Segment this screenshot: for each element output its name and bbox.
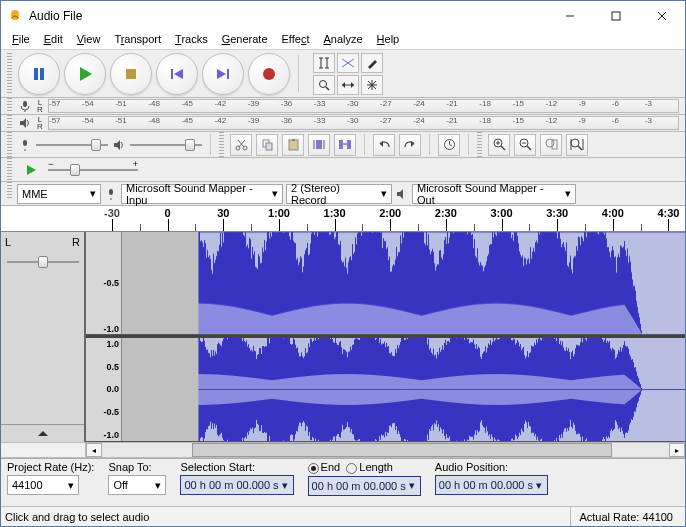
playback-meter-scale[interactable]: -57-54-51-48-45-42-39-36-33-30-27-24-21-… — [48, 116, 679, 130]
svg-rect-44 — [316, 140, 322, 149]
paste-button[interactable] — [282, 134, 304, 156]
fit-project-button[interactable] — [566, 134, 588, 156]
menu-file[interactable]: File — [5, 31, 37, 49]
close-button[interactable] — [639, 1, 685, 31]
draw-tool[interactable] — [361, 53, 383, 73]
mixer-edit-toolbar — [1, 132, 685, 158]
project-rate-label: Project Rate (Hz): — [7, 461, 94, 473]
grip[interactable] — [7, 98, 12, 112]
multi-tool[interactable] — [361, 75, 383, 95]
zoom-out-button[interactable] — [514, 134, 536, 156]
svg-marker-12 — [217, 69, 226, 79]
zoom-in-button[interactable] — [488, 134, 510, 156]
fit-selection-button[interactable] — [540, 134, 562, 156]
silence-button[interactable] — [334, 134, 356, 156]
waveform-view[interactable]: -0.5 -1.0 1.0 0.5 0.0 -0.5 -1.0 — [86, 232, 685, 442]
timeshift-tool[interactable] — [337, 75, 359, 95]
menu-view[interactable]: View — [70, 31, 108, 49]
play-button[interactable] — [64, 53, 106, 95]
scroll-track[interactable] — [102, 443, 669, 457]
pan-slider[interactable] — [7, 254, 79, 270]
redo-button[interactable] — [399, 134, 421, 156]
svg-marker-35 — [114, 140, 120, 150]
grip[interactable] — [7, 115, 12, 129]
project-rate-combo[interactable]: 44100▾ — [7, 475, 79, 495]
undo-button[interactable] — [373, 134, 395, 156]
app-icon — [7, 8, 23, 24]
selection-end-field[interactable]: 00 h 00 m 00.000 s▾ — [308, 476, 421, 496]
recording-meter[interactable]: LR -57-54-51-48-45-42-39-36-33-30-27-24-… — [1, 98, 685, 115]
record-button[interactable] — [248, 53, 290, 95]
scroll-right-button[interactable]: ▸ — [669, 443, 685, 457]
skip-start-button[interactable] — [156, 53, 198, 95]
mic-icon — [104, 187, 118, 201]
timeline-ruler[interactable]: -300301:001:302:002:303:003:304:004:30 — [1, 206, 685, 232]
menu-help[interactable]: Help — [370, 31, 407, 49]
speaker-icon — [112, 138, 126, 152]
menu-generate[interactable]: Generate — [215, 31, 275, 49]
device-toolbar: MME▾ Microsoft Sound Mapper - Inpu▾ 2 (S… — [1, 182, 685, 206]
sync-lock-button[interactable] — [438, 134, 460, 156]
svg-rect-48 — [347, 140, 351, 149]
svg-marker-68 — [27, 165, 36, 175]
menu-transport[interactable]: Transport — [107, 31, 168, 49]
scroll-thumb[interactable] — [192, 443, 612, 457]
svg-rect-47 — [339, 140, 343, 149]
grip[interactable] — [477, 132, 482, 157]
menu-effect[interactable]: Effect — [275, 31, 317, 49]
svg-rect-69 — [109, 189, 113, 195]
svg-rect-3 — [612, 12, 620, 20]
selection-toolbar: Project Rate (Hz): 44100▾ Snap To: Off▾ … — [1, 458, 685, 506]
skip-end-button[interactable] — [202, 53, 244, 95]
snap-to-combo[interactable]: Off▾ — [108, 475, 166, 495]
status-bar: Click and drag to select audio Actual Ra… — [1, 506, 685, 526]
minimize-button[interactable] — [547, 1, 593, 31]
zoom-tool[interactable] — [313, 75, 335, 95]
grip[interactable] — [7, 132, 12, 157]
svg-marker-32 — [20, 118, 26, 128]
scroll-left-button[interactable]: ◂ — [86, 443, 102, 457]
chevron-down-icon: ▾ — [281, 479, 290, 492]
playback-volume-slider[interactable] — [130, 137, 202, 153]
envelope-tool[interactable] — [337, 53, 359, 73]
recording-channels-combo[interactable]: 2 (Stereo) Record▾ — [286, 184, 392, 204]
grip[interactable] — [7, 182, 12, 200]
menu-tracks[interactable]: Tracks — [168, 31, 215, 49]
copy-button[interactable] — [256, 134, 278, 156]
playback-speed-slider[interactable]: −+ — [48, 162, 138, 178]
menu-edit[interactable]: Edit — [37, 31, 70, 49]
play-at-speed-button[interactable] — [20, 160, 42, 180]
grip[interactable] — [219, 132, 224, 157]
svg-rect-10 — [171, 69, 173, 79]
chevron-down-icon: ▾ — [535, 479, 544, 492]
recording-device-combo[interactable]: Microsoft Sound Mapper - Inpu▾ — [121, 184, 283, 204]
audio-host-combo[interactable]: MME▾ — [17, 184, 101, 204]
svg-point-14 — [263, 68, 275, 80]
length-radio[interactable] — [346, 463, 357, 474]
pause-button[interactable] — [18, 53, 60, 95]
track-control-panel[interactable]: LR — [1, 232, 86, 442]
audio-position-field[interactable]: 00 h 00 m 00.000 s▾ — [435, 475, 548, 495]
svg-rect-6 — [34, 68, 38, 80]
cut-button[interactable] — [230, 134, 252, 156]
stop-button[interactable] — [110, 53, 152, 95]
selection-start-label: Selection Start: — [180, 461, 293, 473]
recording-volume-slider[interactable] — [36, 137, 108, 153]
end-radio[interactable] — [308, 463, 319, 474]
grip[interactable] — [7, 158, 12, 181]
amplitude-axis: 1.0 0.5 0.0 -0.5 -1.0 — [86, 338, 122, 441]
transport-toolbar — [1, 50, 685, 98]
horizontal-scrollbar[interactable]: ◂ ▸ — [1, 442, 685, 458]
app-window: Audio File File Edit View Transport Trac… — [0, 0, 686, 527]
trim-button[interactable] — [308, 134, 330, 156]
grip[interactable] — [7, 53, 12, 94]
svg-rect-30 — [23, 101, 27, 107]
selection-start-field[interactable]: 00 h 00 m 00.000 s▾ — [180, 475, 293, 495]
collapse-button[interactable] — [1, 424, 84, 442]
playback-device-combo[interactable]: Microsoft Sound Mapper - Out▾ — [412, 184, 576, 204]
menu-analyze[interactable]: Analyze — [316, 31, 369, 49]
selection-tool[interactable] — [313, 53, 335, 73]
playback-meter[interactable]: LR -57-54-51-48-45-42-39-36-33-30-27-24-… — [1, 115, 685, 132]
recording-meter-scale[interactable]: -57-54-51-48-45-42-39-36-33-30-27-24-21-… — [48, 99, 679, 113]
maximize-button[interactable] — [593, 1, 639, 31]
